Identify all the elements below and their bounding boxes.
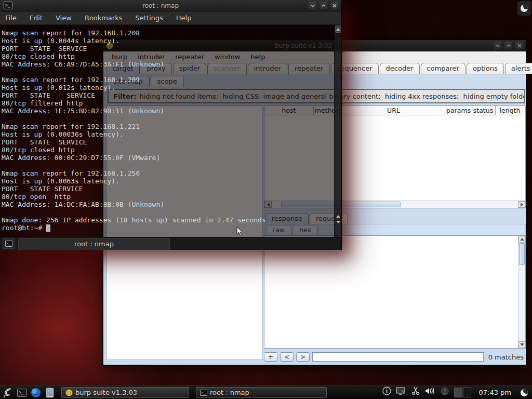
- cashew-icon: [521, 389, 528, 396]
- terminal-minimize-button[interactable]: [309, 2, 316, 9]
- new-tab-button[interactable]: >_: [3, 238, 15, 249]
- task-label: root : nmap: [210, 389, 249, 396]
- terminal-maximize-button[interactable]: [320, 2, 327, 9]
- konsole-app-icon: >_: [4, 2, 12, 9]
- desktop-2-button[interactable]: [463, 388, 471, 397]
- terminal-scrollbar[interactable]: [334, 25, 341, 237]
- col-length[interactable]: length: [496, 106, 524, 115]
- search-match-count: 0 matches: [488, 353, 526, 361]
- menu-bookmarks[interactable]: Bookmarks: [85, 14, 123, 22]
- browser-launcher-icon[interactable]: [30, 387, 42, 398]
- terminal-tabbar: >_ root : nmap: [0, 237, 341, 250]
- burp-close-button[interactable]: [515, 42, 523, 49]
- terminal-scroll-down-button[interactable]: [336, 221, 340, 223]
- search-next-button[interactable]: >: [296, 352, 310, 362]
- tab-comparer[interactable]: comparer: [421, 63, 466, 74]
- task-label: burp suite v1.3.03: [75, 389, 137, 396]
- backtrack-dragon-icon: [2, 387, 14, 398]
- col-status[interactable]: status: [471, 106, 496, 115]
- viewer-search-bar: + < > 0 matches: [264, 351, 526, 363]
- col-params[interactable]: params: [446, 106, 471, 115]
- menu-edit[interactable]: Edit: [30, 14, 43, 22]
- klipper-scissors-tray-icon[interactable]: [410, 387, 421, 398]
- tab-options[interactable]: options: [467, 63, 504, 74]
- konsole-window: >_ root : nmap File Edit View Bookmarks …: [0, 0, 342, 250]
- terminal-titlebar[interactable]: >_ root : nmap: [0, 0, 341, 11]
- info-tray-icon[interactable]: [381, 387, 392, 398]
- burp-minimize-button[interactable]: [494, 42, 501, 49]
- terminal-session-tab[interactable]: root : nmap: [18, 238, 170, 250]
- menu-view[interactable]: View: [56, 14, 72, 22]
- tab-decoder[interactable]: decoder: [380, 63, 420, 74]
- mouse-cursor: [236, 227, 244, 236]
- terminal-output: Nmap scan report for 192.168.1.208 Host …: [2, 29, 266, 232]
- menu-file[interactable]: File: [5, 14, 17, 22]
- desktop-1-button[interactable]: [454, 388, 462, 397]
- display-settings-tray-icon[interactable]: [396, 387, 406, 398]
- terminal-content[interactable]: Nmap scan report for 192.168.1.208 Host …: [0, 25, 341, 237]
- burp-maximize-button[interactable]: [504, 42, 512, 49]
- scroll-right-button[interactable]: [518, 201, 525, 208]
- viewer-scroll-down-button[interactable]: [518, 341, 525, 348]
- user-status-tray-icon[interactable]: [440, 387, 450, 398]
- konsole-launcher-icon[interactable]: >_: [16, 387, 28, 398]
- file-manager-launcher-icon[interactable]: [44, 387, 56, 398]
- taskbar: >_ burp suite v1.3.03 >_ root : nmap: [0, 385, 532, 399]
- terminal-task-icon: >_: [200, 390, 207, 396]
- col-url[interactable]: URL: [341, 106, 446, 115]
- panel-toolbox-button[interactable]: [518, 387, 530, 398]
- terminal-scroll-up-button-bottom[interactable]: [336, 215, 340, 218]
- terminal-window-title: root : nmap: [12, 2, 309, 9]
- plasma-toolbox-button[interactable]: [517, 1, 531, 16]
- search-add-button[interactable]: +: [264, 352, 277, 362]
- tab-alerts[interactable]: alerts: [505, 63, 532, 74]
- taskbar-clock[interactable]: 07:43 pm: [475, 389, 514, 396]
- start-menu-button[interactable]: [2, 387, 14, 398]
- terminal-scroll-up-button[interactable]: [335, 25, 341, 33]
- volume-tray-icon[interactable]: [425, 387, 435, 398]
- viewer-search-input[interactable]: [312, 352, 484, 362]
- search-prev-button[interactable]: <: [280, 352, 294, 362]
- terminal-icon: >_: [5, 241, 12, 247]
- burp-task-icon: [65, 389, 73, 396]
- viewer-vertical-scrollbar[interactable]: [518, 236, 525, 348]
- cashew-icon: [521, 5, 528, 12]
- viewer-scroll-up-button[interactable]: [518, 236, 525, 243]
- terminal-cursor: [46, 224, 50, 232]
- virtual-desktop-pager: [454, 388, 471, 397]
- terminal-close-button[interactable]: [330, 2, 338, 9]
- desktop: { "terminal": { "title": "root : nmap", …: [0, 0, 532, 399]
- terminal-menubar: File Edit View Bookmarks Settings Help: [0, 11, 341, 25]
- system-tray: 07:43 pm: [381, 387, 530, 398]
- task-root-nmap[interactable]: >_ root : nmap: [196, 387, 327, 398]
- task-burp-suite[interactable]: burp suite v1.3.03: [61, 387, 189, 398]
- viewer-scroll-thumb[interactable]: [519, 243, 525, 265]
- menu-settings[interactable]: Settings: [135, 14, 163, 22]
- response-viewer[interactable]: [264, 235, 526, 349]
- menu-help[interactable]: Help: [176, 14, 192, 22]
